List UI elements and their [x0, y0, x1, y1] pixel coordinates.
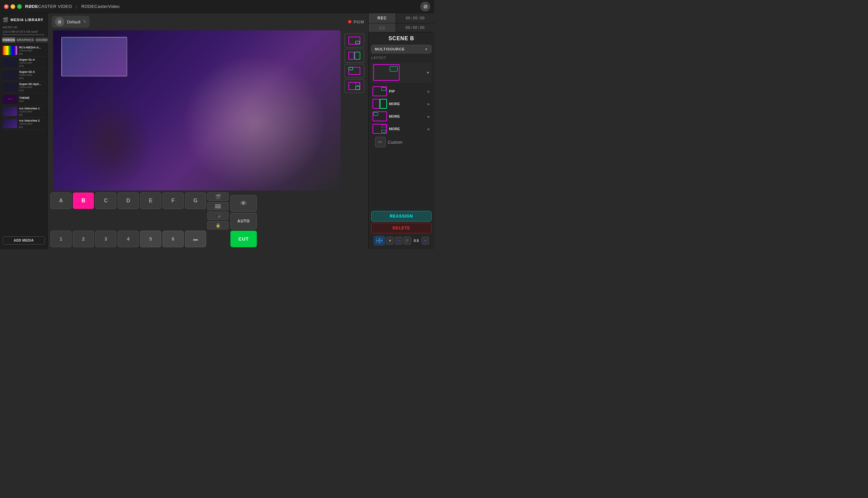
clapper-button[interactable]: 🎬 [207, 193, 228, 201]
layout-switch-button-2[interactable] [344, 49, 364, 63]
cut-button[interactable]: CUT [231, 231, 257, 247]
lock-button[interactable]: 🔒 [207, 221, 228, 230]
pip-layout-icon [348, 37, 360, 44]
plus-button[interactable]: + [422, 237, 429, 245]
layers-button[interactable] [207, 202, 228, 210]
scene-button-a[interactable]: A _ [50, 193, 71, 209]
pgm-label: PGM [353, 19, 364, 24]
custom-row[interactable]: ✂ Custom [371, 135, 432, 149]
media-info: rcv interview 1 1920x1080 jpg [19, 107, 45, 116]
multisource-label: MULTISOURCE [375, 47, 405, 51]
quarters-layout-icon [348, 82, 360, 90]
panel-bottom: REASSIGN DELETE ▾ − [369, 208, 434, 249]
scene-sublabel-d: _ [128, 204, 129, 207]
picture-in-picture-button[interactable] [207, 212, 228, 220]
preview-bg [53, 30, 341, 191]
layout-row-more1[interactable]: MORE ▶ [371, 98, 432, 110]
scene-label-b: B [81, 198, 86, 204]
tab-videos[interactable]: VIDEOS [2, 37, 15, 42]
list-item[interactable]: Super-02-A 1920x1080 png [2, 69, 45, 81]
scene-selector[interactable]: ⊘ Default ✎ [52, 16, 90, 28]
scene-sublabel-a: _ [60, 204, 62, 207]
clock-button[interactable]: ⏱ [404, 237, 411, 245]
storage-fill [3, 34, 3, 35]
list-item[interactable]: RCV-MEDIA-0... 1920x1080 jpg [2, 44, 45, 57]
pgm-dot [348, 20, 352, 23]
scene-button-3[interactable]: 3 _ [95, 231, 116, 247]
storage-label: MICRO SD [3, 26, 45, 29]
scene-button-d[interactable]: D _ [118, 193, 139, 209]
scene-button-2[interactable]: 2 _ [73, 231, 94, 247]
svg-rect-6 [349, 82, 360, 90]
scene-label-e: E [149, 198, 153, 204]
bottom-controls: A _ B _ C _ D _ [48, 191, 368, 249]
scene-button-5[interactable]: 5 _ [140, 231, 161, 247]
media-info: Super-02-A 1920x1080 png [19, 70, 45, 79]
minimize-button[interactable]: − [11, 4, 15, 9]
scene-button-bar[interactable]: ▬ [185, 231, 206, 247]
delete-button[interactable]: DELETE [371, 223, 432, 233]
scene-button-g[interactable]: G _ [185, 193, 206, 209]
rec-button[interactable]: REC [369, 13, 396, 23]
pip-preview-indicator [390, 66, 397, 71]
stream-icon: ((·)) [379, 26, 385, 30]
scene-button-f[interactable]: F _ [162, 193, 184, 209]
layers-icon [215, 204, 221, 208]
layout-row-pip[interactable]: PIP ▶ [371, 86, 432, 97]
storage-bar [3, 34, 45, 35]
list-item[interactable]: rcv interview 2 1920x1080 jpg [2, 118, 45, 130]
custom-label: Custom [388, 140, 403, 145]
multisource-dropdown[interactable]: MULTISOURCE ▼ [371, 45, 432, 53]
scene-button-e[interactable]: E _ [140, 193, 161, 209]
chevron-down-icon-layout[interactable]: ▼ [426, 71, 430, 75]
svg-rect-1 [356, 41, 360, 44]
sidebar: 🎬 MEDIA LIBRARY MICRO SD 115.0 MB of 29.… [0, 13, 48, 249]
num-sublabel-3: _ [105, 243, 106, 246]
add-media-button[interactable]: ADD MEDIA [3, 236, 45, 245]
scene-button-4[interactable]: 4 _ [118, 231, 139, 247]
num-label-1: 1 [60, 236, 62, 241]
scene-button-1[interactable]: 1 _ [50, 231, 71, 247]
auto-label: AUTO [237, 219, 250, 223]
reassign-button[interactable]: REASSIGN [371, 211, 432, 222]
grid-view-button[interactable] [374, 236, 385, 245]
minus-button[interactable]: − [395, 237, 402, 245]
profile-icon[interactable]: ⊘ [420, 2, 430, 12]
scene-button-6[interactable]: 6 _ [162, 231, 184, 247]
media-ext: wav [19, 100, 45, 103]
storage-bar-container: MICRO SD 115.0 MB of 29.5 GB used [0, 25, 48, 37]
svg-rect-3 [355, 52, 360, 59]
stream-button[interactable]: ((·)) [369, 23, 396, 32]
layout-switch-button-1[interactable] [344, 34, 364, 48]
auto-button[interactable]: AUTO [231, 213, 257, 230]
layout-switch-button-3[interactable] [344, 64, 364, 78]
list-item[interactable]: Super-02-Upd... 1920x1080 png [2, 81, 45, 93]
icon-column: 🎬 🔒 [207, 193, 228, 230]
num-sublabel-2: _ [83, 243, 84, 246]
close-button[interactable]: ✕ [4, 4, 9, 9]
chevron-down-small-icon: ▾ [389, 238, 391, 243]
layout-selected-box: ▼ [371, 62, 432, 83]
svg-rect-0 [349, 37, 360, 44]
eye-button[interactable]: 👁 [231, 195, 257, 212]
bottom-toolbar: ▾ − ⏱ 0.5 + [371, 235, 432, 247]
chevron-right-icon: ▶ [428, 127, 430, 131]
list-item[interactable]: 〰 THEME wav [2, 93, 45, 105]
media-ext: png [19, 89, 45, 92]
scene-button-b[interactable]: B _ [73, 193, 94, 209]
list-item[interactable]: Super-01-A 1920x1080 png [2, 57, 45, 69]
tab-graphics[interactable]: GRAPHICS [16, 37, 35, 42]
layout-row-more3[interactable]: MORE ▶ [371, 123, 432, 135]
chevron-down-icon: ▼ [425, 48, 428, 51]
layout-row-more2[interactable]: MORE ▶ [371, 110, 432, 122]
scene-button-c[interactable]: C _ [95, 193, 116, 209]
list-item[interactable]: rcv interview 1 1920x1080 jpg [2, 105, 45, 118]
scene-row-letters: A _ B _ C _ D _ [50, 193, 228, 230]
dropdown-small-button[interactable]: ▾ [386, 237, 393, 245]
num-label-6: 6 [172, 236, 174, 241]
quarters-layout-thumb [372, 124, 387, 134]
scene-b-header: SCENE B [369, 32, 434, 45]
media-thumb [3, 119, 17, 128]
edit-icon[interactable]: ✎ [83, 19, 87, 24]
layout-switch-button-4[interactable] [344, 79, 364, 93]
